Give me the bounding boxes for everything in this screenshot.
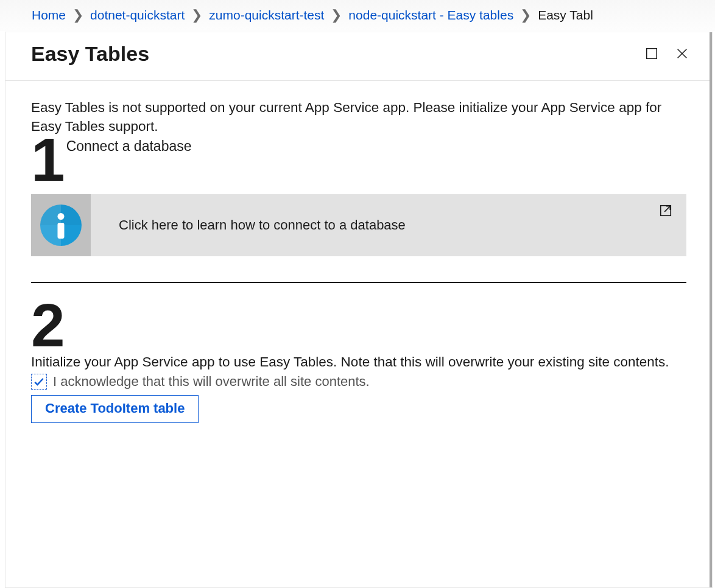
check-icon: [33, 376, 45, 388]
acknowledge-label: I acknowledge that this will overwrite a…: [53, 373, 370, 391]
step-1-title: Connect a database: [66, 136, 192, 156]
blade-title: Easy Tables: [31, 42, 149, 66]
info-text: Click here to learn how to connect to a …: [91, 194, 645, 256]
blade-body: Easy Tables is not supported on your cur…: [5, 81, 712, 423]
create-todoitem-table-button[interactable]: Create TodoItem table: [31, 395, 199, 423]
close-icon[interactable]: [675, 47, 689, 60]
breadcrumb-home[interactable]: Home: [32, 8, 66, 23]
breadcrumb-current: Easy Tabl: [538, 8, 593, 23]
svg-rect-0: [647, 49, 657, 59]
info-icon: [40, 205, 82, 246]
easy-tables-blade: Easy Tables Easy Tables is not supported…: [5, 32, 713, 588]
intro-text: Easy Tables is not supported on your cur…: [31, 98, 671, 136]
svg-line-4: [664, 206, 670, 212]
acknowledge-row: I acknowledge that this will overwrite a…: [31, 373, 686, 391]
maximize-icon[interactable]: [645, 47, 658, 60]
step-2-number: 2: [31, 298, 66, 352]
chevron-right-icon: ❯: [324, 9, 348, 22]
step-2-header: 2: [31, 294, 686, 352]
blade-header-actions: [645, 42, 689, 60]
breadcrumb-dotnet-quickstart[interactable]: dotnet-quickstart: [90, 8, 185, 23]
acknowledge-checkbox[interactable]: [31, 374, 47, 390]
external-link-icon: [659, 204, 672, 217]
blade-header: Easy Tables: [5, 32, 712, 81]
connect-database-info-link[interactable]: Click here to learn how to connect to a …: [31, 194, 686, 256]
step-divider: [31, 282, 686, 283]
breadcrumb: Home ❯ dotnet-quickstart ❯ zumo-quicksta…: [0, 0, 715, 30]
info-icon-box: [31, 194, 91, 256]
breadcrumb-node-quickstart-easy-tables[interactable]: node-quickstart - Easy tables: [348, 8, 513, 23]
chevron-right-icon: ❯: [185, 9, 209, 22]
chevron-right-icon: ❯: [66, 9, 90, 22]
external-link-box: [645, 194, 686, 256]
breadcrumb-zumo-quickstart-test[interactable]: zumo-quickstart-test: [209, 8, 324, 23]
scrollbar[interactable]: [710, 32, 712, 587]
chevron-right-icon: ❯: [513, 9, 538, 22]
step-1-header: 1 Connect a database: [31, 136, 686, 187]
step-2-text: Initialize your App Service app to use E…: [31, 352, 671, 371]
step-1-number: 1: [31, 132, 66, 187]
